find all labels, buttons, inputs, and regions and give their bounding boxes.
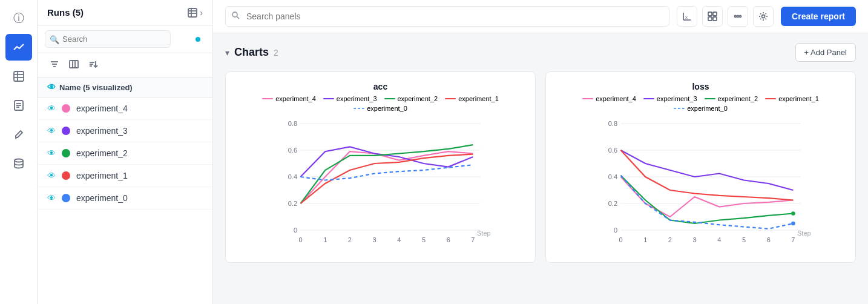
svg-text:0: 0 xyxy=(294,226,297,234)
icon-bar: ⓘ xyxy=(0,0,38,304)
acc-chart-svg: 0.8 0.6 0.4 0.2 0 0 1 2 3 4 5 6 7 Step xyxy=(235,117,525,250)
svg-rect-29 xyxy=(713,12,717,16)
sidebar-toolbar xyxy=(38,53,212,78)
svg-text:7: 7 xyxy=(791,236,795,243)
loss-chart-legend: experiment_4 experiment_3 experiment_2 e… xyxy=(556,95,846,112)
svg-text:3: 3 xyxy=(373,236,376,243)
table-icon[interactable] xyxy=(5,63,32,90)
svg-point-76 xyxy=(791,211,795,216)
toolbar-icons: x xyxy=(677,6,774,27)
name-header: 👁 Name (5 visualized) xyxy=(38,78,212,97)
x-axis-icon[interactable]: x xyxy=(677,6,697,27)
svg-text:Step: Step xyxy=(797,230,811,237)
charts-grid: acc experiment_4 experiment_3 experiment… xyxy=(225,71,856,263)
run-item[interactable]: 👁 experiment_1 xyxy=(38,165,212,187)
sidebar: Runs (5) › 🔍 xyxy=(38,0,213,304)
svg-point-23 xyxy=(232,12,237,17)
svg-text:0.8: 0.8 xyxy=(608,120,617,127)
svg-text:0.4: 0.4 xyxy=(608,173,617,180)
legend-exp0: experiment_0 xyxy=(353,105,407,112)
svg-text:x: x xyxy=(685,15,688,20)
main-content: ▾ Charts 2 + Add Panel acc experiment_4 … xyxy=(213,33,868,304)
sidebar-header: Runs (5) › xyxy=(38,0,212,25)
svg-text:0.6: 0.6 xyxy=(608,147,617,154)
loss-legend-exp0: experiment_0 xyxy=(674,105,728,112)
main-search-input[interactable] xyxy=(225,6,669,27)
svg-text:7: 7 xyxy=(471,236,475,243)
svg-point-77 xyxy=(791,222,795,226)
run-eye-icon: 👁 xyxy=(47,126,56,136)
group-icon[interactable] xyxy=(702,6,723,27)
brush-icon[interactable] xyxy=(5,121,32,148)
run-list: 👁 experiment_4 👁 experiment_3 👁 experime… xyxy=(38,97,212,304)
acc-chart-legend: experiment_4 experiment_3 experiment_2 e… xyxy=(235,95,525,112)
section-title-area: ▾ Charts 2 xyxy=(225,46,278,59)
svg-rect-28 xyxy=(708,12,712,16)
run-item[interactable]: 👁 experiment_3 xyxy=(38,120,212,142)
svg-text:4: 4 xyxy=(717,236,721,243)
legend-exp3: experiment_3 xyxy=(323,95,377,102)
section-title: Charts xyxy=(234,46,269,59)
svg-text:3: 3 xyxy=(693,236,697,243)
section-header: ▾ Charts 2 + Add Panel xyxy=(225,43,856,62)
add-panel-button[interactable]: + Add Panel xyxy=(795,43,856,62)
run-eye-icon: 👁 xyxy=(47,148,56,158)
chevron-right: › xyxy=(200,8,203,18)
svg-text:2: 2 xyxy=(668,236,672,243)
svg-line-24 xyxy=(237,17,240,19)
svg-point-32 xyxy=(735,16,737,18)
svg-point-34 xyxy=(740,16,741,18)
svg-rect-31 xyxy=(713,17,717,21)
chart-icon[interactable] xyxy=(5,34,32,61)
svg-rect-9 xyxy=(188,8,197,17)
columns-icon[interactable] xyxy=(67,57,81,73)
acc-chart-title: acc xyxy=(235,82,525,91)
svg-text:0.2: 0.2 xyxy=(288,200,297,207)
sidebar-table-toggle[interactable]: › xyxy=(188,8,203,18)
sidebar-search-area: 🔍 xyxy=(38,25,212,53)
svg-text:6: 6 xyxy=(447,236,450,243)
filter-icon[interactable] xyxy=(47,57,62,73)
run-name: experiment_3 xyxy=(76,126,128,136)
svg-text:0.4: 0.4 xyxy=(288,173,297,180)
run-item[interactable]: 👁 experiment_4 xyxy=(38,97,212,120)
run-color-dot xyxy=(62,104,70,113)
run-name: experiment_2 xyxy=(76,148,128,158)
filter-active-dot xyxy=(196,37,200,42)
svg-point-8 xyxy=(15,159,23,162)
svg-text:0: 0 xyxy=(614,226,617,234)
section-collapse-icon[interactable]: ▾ xyxy=(225,48,229,58)
sidebar-title: Runs (5) xyxy=(47,7,84,18)
info-icon[interactable]: ⓘ xyxy=(5,5,32,31)
create-report-button[interactable]: Create report xyxy=(781,7,856,26)
svg-text:1: 1 xyxy=(323,236,327,243)
sort-icon[interactable] xyxy=(86,57,100,73)
run-eye-icon: 👁 xyxy=(47,193,56,203)
smooth-icon[interactable] xyxy=(728,6,748,27)
loss-chart-svg: 0.8 0.6 0.4 0.2 0 0 1 2 3 4 5 6 7 Step xyxy=(556,117,846,250)
run-name: experiment_4 xyxy=(76,104,128,113)
svg-text:0.6: 0.6 xyxy=(288,147,297,154)
svg-point-33 xyxy=(737,16,739,18)
database-icon[interactable] xyxy=(5,150,32,177)
svg-text:5: 5 xyxy=(742,236,746,243)
main-search-wrap xyxy=(225,6,669,27)
run-color-dot xyxy=(62,194,70,202)
svg-text:5: 5 xyxy=(422,236,426,243)
report-icon[interactable] xyxy=(5,92,32,119)
svg-text:0: 0 xyxy=(619,236,622,243)
run-color-dot xyxy=(62,171,70,180)
sidebar-search-input[interactable] xyxy=(45,30,171,48)
svg-rect-0 xyxy=(14,71,24,81)
main-toolbar: x xyxy=(213,0,868,33)
run-name: experiment_1 xyxy=(76,171,128,180)
run-item[interactable]: 👁 experiment_2 xyxy=(38,142,212,165)
run-item[interactable]: 👁 experiment_0 xyxy=(38,187,212,210)
run-eye-icon: 👁 xyxy=(47,104,56,113)
search-icon: 🔍 xyxy=(50,35,59,44)
settings-icon[interactable] xyxy=(753,6,774,27)
svg-rect-30 xyxy=(708,17,712,21)
svg-rect-16 xyxy=(70,61,78,68)
name-header-label: Name (5 visualized) xyxy=(59,83,133,92)
run-color-dot xyxy=(62,127,70,135)
